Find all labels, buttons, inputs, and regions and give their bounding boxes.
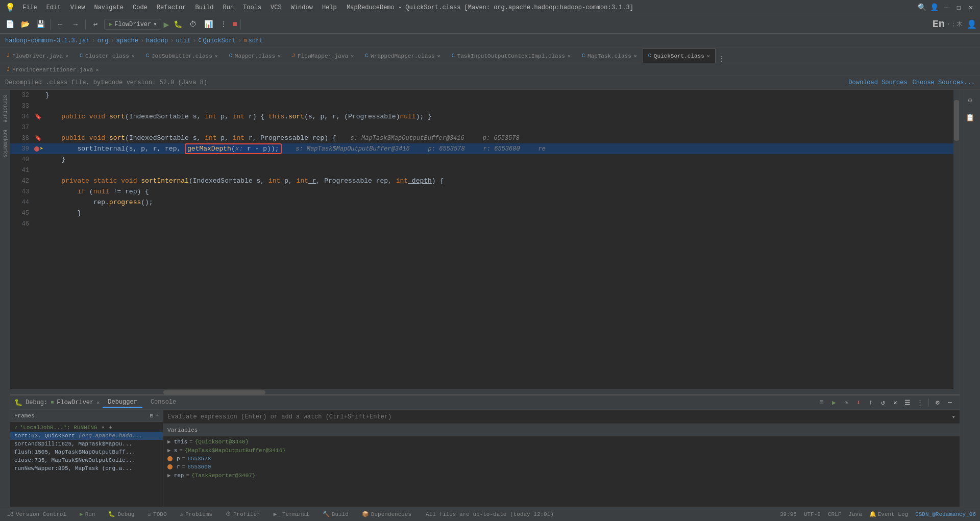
minimize-button[interactable]: —	[942, 4, 950, 12]
frame-runnewmapper[interactable]: runNewMapper:805, MapTask (org.a...	[10, 464, 163, 473]
tab-jobsubmitter[interactable]: C JobSubmitter.class ✕	[140, 48, 224, 63]
menu-navigate[interactable]: Navigate	[90, 3, 128, 12]
frame-sort63[interactable]: sort:63, QuickSort (org.apache.hado...	[10, 432, 163, 440]
tab-mapper[interactable]: C Mapper.class ✕	[224, 48, 286, 63]
debug-more-options[interactable]: ⋮	[914, 397, 925, 408]
frame-running[interactable]: ✓ *LocalJobR...*: RUNNING ▾ +	[10, 423, 163, 432]
run-with-coverage[interactable]: 📊	[202, 18, 215, 31]
debug-panel-settings[interactable]: ⚙	[932, 397, 943, 408]
stop-button[interactable]: ■	[232, 20, 237, 29]
code-editor[interactable]: 32 } 33 34 🔖 pu	[10, 90, 960, 394]
debug-settings-btn[interactable]: ≡	[816, 397, 827, 408]
status-todo[interactable]: ☑ TODO	[144, 510, 169, 518]
debug-step-out[interactable]: ↑	[865, 397, 876, 408]
event-log-link[interactable]: 🔔 Event Log	[869, 511, 908, 517]
debug-run-to-cursor[interactable]: ↺	[877, 397, 889, 408]
breadcrumb-hadoop[interactable]: hadoop	[146, 37, 168, 44]
sidebar-bookmarks[interactable]: Bookmarks	[1, 127, 9, 160]
tab-flowmapper[interactable]: J FlowMapper.java ✕	[286, 48, 359, 63]
toolbar-more[interactable]: ⋮	[217, 18, 230, 31]
debug-breakpoints-list[interactable]: ☰	[902, 397, 913, 408]
title-controls[interactable]: 🔍 👤 — ☐ ✕	[918, 4, 975, 12]
menu-run[interactable]: Run	[218, 3, 238, 12]
debug-panel-hide[interactable]: —	[944, 397, 955, 408]
menu-edit[interactable]: Edit	[42, 3, 65, 12]
debug-step-over[interactable]: ↷	[841, 397, 852, 408]
status-dependencies[interactable]: 📦 Dependencies	[359, 510, 414, 518]
toolbar-save[interactable]: 💾	[34, 18, 47, 31]
console-tab[interactable]: Console	[145, 398, 181, 408]
download-sources-link[interactable]: Download Sources	[848, 79, 907, 86]
breadcrumb-sort[interactable]: sort	[249, 37, 263, 44]
status-version-control[interactable]: ⎇ Version Control	[4, 510, 69, 518]
menu-help[interactable]: Help	[318, 3, 341, 12]
expression-bar[interactable]: ▾	[163, 410, 960, 424]
toolbar-undo[interactable]: ↩	[89, 18, 102, 31]
tab-quicksort[interactable]: C QuickSort.class ✕	[643, 48, 716, 63]
breadcrumb-util[interactable]: util	[176, 37, 191, 44]
run-config-selector[interactable]: ▶ FlowDriver ▾	[104, 19, 161, 30]
tab-close-quicksort[interactable]: ✕	[707, 53, 710, 59]
var-r[interactable]: r = 6553600	[163, 463, 960, 471]
tab-close-taskinputoutput[interactable]: ✕	[568, 53, 571, 59]
tab-close-province[interactable]: ✕	[95, 67, 99, 73]
language-indicator[interactable]: Java	[848, 511, 862, 517]
menu-tools[interactable]: Tools	[239, 3, 265, 12]
status-build[interactable]: 🔨 Build	[320, 510, 352, 518]
frame-flush[interactable]: flush:1505, MapTask$MapOutputBuff...	[10, 448, 163, 456]
frames-filter-btn[interactable]: ⊟	[150, 412, 154, 419]
status-terminal[interactable]: ▶_ Terminal	[271, 510, 312, 518]
debug-session-close[interactable]: ✕	[96, 400, 100, 406]
user-icon[interactable]: 👤	[930, 4, 938, 12]
breadcrumb-apache[interactable]: apache	[116, 37, 138, 44]
right-sidebar-icon1[interactable]: ⚙	[962, 92, 978, 108]
breadcrumb-quicksort[interactable]: QuickSort	[203, 37, 236, 44]
var-s[interactable]: ▶ s = {MapTask$MapOutputBuffer@3416}	[163, 446, 960, 455]
frame-filter-icon[interactable]: ▾	[101, 424, 105, 431]
tab-cluster[interactable]: C Cluster class ✕	[74, 48, 140, 63]
tab-wrappedmapper[interactable]: C WrappedMapper.class ✕	[359, 48, 446, 63]
var-this-arrow[interactable]: ▶	[167, 438, 171, 445]
tab-close-cluster[interactable]: ✕	[132, 53, 135, 59]
var-rep-arrow[interactable]: ▶	[167, 472, 171, 479]
run-button[interactable]: ▶	[163, 19, 169, 30]
debug-step-into[interactable]: ⬇	[853, 397, 864, 408]
menu-refactor[interactable]: Refactor	[153, 3, 190, 12]
tab-provincepartitioner[interactable]: J ProvincePartitioner.java ✕	[1, 64, 104, 75]
debug-evaluate[interactable]: ✕	[890, 397, 901, 408]
tab-close-jobsubmitter[interactable]: ✕	[215, 53, 218, 59]
menu-view[interactable]: View	[66, 3, 89, 12]
close-button[interactable]: ✕	[967, 4, 975, 12]
toolbar-forward[interactable]: →	[69, 18, 82, 31]
toolbar-back[interactable]: ←	[54, 18, 67, 31]
debugger-tab[interactable]: Debugger	[103, 398, 142, 408]
tab-close-mapper[interactable]: ✕	[278, 53, 281, 59]
toolbar-new-file[interactable]: 📄	[3, 18, 16, 31]
debug-button[interactable]: 🐛	[171, 18, 184, 31]
frame-sortandspill[interactable]: sortAndSpill:1625, MapTask$MapOu...	[10, 440, 163, 448]
right-sidebar-icon2[interactable]: 📋	[962, 109, 978, 126]
tab-maptask[interactable]: C MapTask.class ✕	[576, 48, 643, 63]
choose-sources-link[interactable]: Choose Sources...	[913, 79, 975, 86]
search-icon[interactable]: 🔍	[918, 4, 926, 12]
var-rep[interactable]: ▶ rep = {TaskReporter@3407}	[163, 471, 960, 480]
tab-close-wrappedmapper[interactable]: ✕	[437, 53, 440, 59]
status-problems[interactable]: ⚠ Problems	[177, 510, 215, 518]
tab-flowdriver[interactable]: J FlowDriver.java ✕	[1, 48, 74, 63]
toolbar-open[interactable]: 📂	[18, 18, 32, 31]
menu-build[interactable]: Build	[191, 3, 217, 12]
var-p[interactable]: p = 6553578	[163, 455, 960, 463]
tab-close-flowdriver[interactable]: ✕	[65, 53, 68, 59]
var-this[interactable]: ▶ this = {QuickSort@3440}	[163, 437, 960, 446]
vertical-scrollbar[interactable]	[953, 90, 960, 394]
expression-input[interactable]	[167, 413, 951, 420]
debug-resume-btn[interactable]: ▶	[828, 397, 840, 408]
frame-add-watch[interactable]: +	[109, 425, 112, 431]
tab-close-flowmapper[interactable]: ✕	[351, 53, 354, 59]
status-profiler[interactable]: ⏱ Profiler	[223, 510, 263, 518]
h-scroll-thumb[interactable]	[163, 390, 265, 394]
menu-window[interactable]: Window	[287, 3, 317, 12]
v-scroll-thumb[interactable]	[954, 100, 959, 141]
encoding-indicator[interactable]: UTF-8	[804, 511, 821, 517]
breadcrumb-org[interactable]: org	[97, 37, 109, 44]
